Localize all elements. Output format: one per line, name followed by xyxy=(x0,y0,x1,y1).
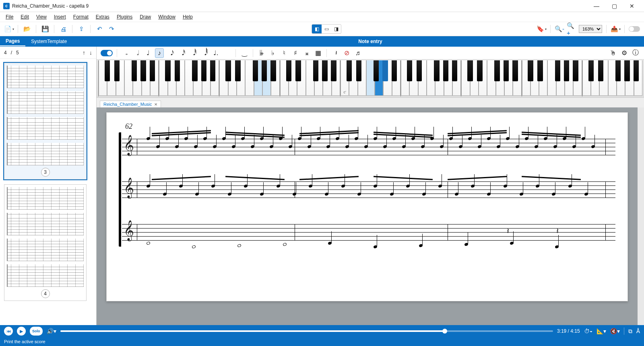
black-key[interactable] xyxy=(210,60,215,81)
note[interactable] xyxy=(192,245,196,249)
black-key[interactable] xyxy=(564,60,569,81)
page-down-button[interactable]: ↓ xyxy=(89,49,92,56)
mode-toggle[interactable] xyxy=(629,26,640,32)
menu-view[interactable]: View xyxy=(33,13,50,21)
piano-keyboard[interactable]: c' xyxy=(97,60,644,98)
black-key[interactable] xyxy=(295,60,301,81)
enharmonic-button[interactable]: ▦ xyxy=(314,48,322,58)
menu-format[interactable]: Format xyxy=(70,13,92,21)
new-file-button[interactable]: 📄 xyxy=(4,24,14,34)
black-key[interactable] xyxy=(192,60,197,81)
menu-extras[interactable]: Extras xyxy=(93,13,113,21)
black-key[interactable] xyxy=(175,60,180,81)
vertical-scrollbar[interactable] xyxy=(638,107,644,325)
print-button[interactable]: 🖨 xyxy=(58,24,68,34)
tempo-icon[interactable]: ⏱▾ xyxy=(584,328,592,334)
delete-note-button[interactable]: ⊘ xyxy=(342,48,351,58)
duration-32nd[interactable]: 𝅘𝅥𝅰 xyxy=(178,48,186,58)
staff[interactable]: 𝄞𝄽𝄽 xyxy=(122,218,615,247)
note[interactable] xyxy=(283,243,287,246)
note-entry-toggle[interactable] xyxy=(101,50,113,56)
black-key[interactable] xyxy=(165,60,170,81)
sharp[interactable]: ♯ xyxy=(291,48,300,58)
black-key[interactable] xyxy=(347,60,352,81)
maximize-button[interactable]: ▢ xyxy=(605,0,623,12)
duration-128th[interactable]: 𝅘𝅥𝅲 xyxy=(200,48,209,58)
menu-help[interactable]: Help xyxy=(180,13,196,21)
black-key[interactable] xyxy=(374,60,379,81)
black-key[interactable] xyxy=(105,60,110,81)
black-key[interactable] xyxy=(504,60,509,81)
menu-insert[interactable]: Insert xyxy=(51,13,69,21)
tie-button[interactable]: ‿ xyxy=(240,48,249,58)
black-key[interactable] xyxy=(467,60,473,81)
black-key[interactable] xyxy=(555,60,560,81)
share-button[interactable]: ⇪ xyxy=(76,24,86,34)
black-key[interactable] xyxy=(443,60,448,81)
black-key[interactable] xyxy=(624,60,630,81)
menu-window[interactable]: Window xyxy=(155,13,179,21)
zoom-select[interactable]: 163% xyxy=(579,25,602,33)
duration-16th[interactable]: 𝅘𝅥𝅯 xyxy=(166,48,175,58)
black-key[interactable] xyxy=(322,60,327,81)
info-icon[interactable]: ⓘ xyxy=(631,48,640,58)
staff[interactable]: 𝄞 xyxy=(122,175,615,204)
menu-plugins[interactable]: Plugins xyxy=(114,13,136,21)
black-key[interactable] xyxy=(477,60,482,81)
play-button[interactable]: ▶ xyxy=(17,327,26,336)
black-key[interactable] xyxy=(417,60,422,81)
page-up-button[interactable]: ↑ xyxy=(83,49,85,56)
black-key[interactable] xyxy=(598,60,603,81)
black-key[interactable] xyxy=(253,60,258,81)
to-start-button[interactable]: ⏮ xyxy=(4,327,13,336)
black-key[interactable] xyxy=(235,60,240,81)
view-mode-right[interactable]: ◨ xyxy=(331,25,341,33)
flat[interactable]: ♭ xyxy=(268,48,277,58)
black-key[interactable] xyxy=(356,60,361,81)
settings-icon[interactable]: ⚙ xyxy=(620,48,629,58)
duration-dot[interactable]: ♩. xyxy=(211,48,220,58)
black-key[interactable] xyxy=(615,60,621,81)
thumbnail-page-4[interactable]: 4 xyxy=(4,184,87,301)
duration-quarter[interactable]: ♩ xyxy=(144,48,153,58)
zoom-out-button[interactable]: 🔍- xyxy=(555,24,564,34)
note[interactable] xyxy=(237,244,242,247)
black-key[interactable] xyxy=(331,60,336,81)
bookmark-button[interactable]: 🔖 xyxy=(537,24,546,34)
zoom-in-button[interactable]: 🔍+ xyxy=(567,24,576,34)
black-key[interactable] xyxy=(313,60,318,81)
document-tab[interactable]: Reicha_Chamber_Music ✕ xyxy=(100,101,161,107)
natural[interactable]: ♮ xyxy=(280,48,289,58)
score-canvas[interactable]: 62 𝄞𝄞𝄞𝄽𝄽 xyxy=(97,107,638,325)
close-tab-icon[interactable]: ✕ xyxy=(154,102,157,107)
black-key[interactable] xyxy=(132,60,137,81)
black-key[interactable] xyxy=(270,60,276,81)
menu-file[interactable]: File xyxy=(2,13,17,21)
black-key[interactable] xyxy=(537,60,543,81)
mouse-input-icon[interactable]: 🖱 xyxy=(609,48,617,58)
black-key[interactable] xyxy=(434,60,439,81)
black-key[interactable] xyxy=(634,60,639,81)
metronome-icon[interactable]: 📐▾ xyxy=(597,328,606,334)
black-key[interactable] xyxy=(140,60,146,81)
black-key[interactable] xyxy=(286,60,291,81)
black-key[interactable] xyxy=(528,60,533,81)
black-key[interactable] xyxy=(512,60,518,81)
minimize-button[interactable]: — xyxy=(588,0,605,12)
volume-icon[interactable]: 🔊▾ xyxy=(47,328,56,334)
black-key[interactable] xyxy=(588,60,594,81)
menu-draw[interactable]: Draw xyxy=(136,13,154,21)
duration-half[interactable]: 𝅗𝅥 xyxy=(132,48,141,58)
grace-note-button[interactable]: ♬ xyxy=(353,48,362,58)
view-mode-left[interactable]: ◧ xyxy=(312,25,322,33)
compare-icon[interactable]: ⧉ xyxy=(628,328,632,335)
duration-64th[interactable]: 𝅘𝅥𝅱 xyxy=(189,48,198,58)
solo-button[interactable]: Solo xyxy=(30,327,43,336)
menu-edit[interactable]: Edit xyxy=(17,13,32,21)
black-key[interactable] xyxy=(407,60,412,81)
export-button[interactable]: 📤 xyxy=(611,24,620,34)
black-key[interactable] xyxy=(262,60,267,81)
black-key[interactable] xyxy=(494,60,500,81)
open-file-button[interactable]: 📂 xyxy=(22,24,32,34)
black-key[interactable] xyxy=(225,60,231,81)
